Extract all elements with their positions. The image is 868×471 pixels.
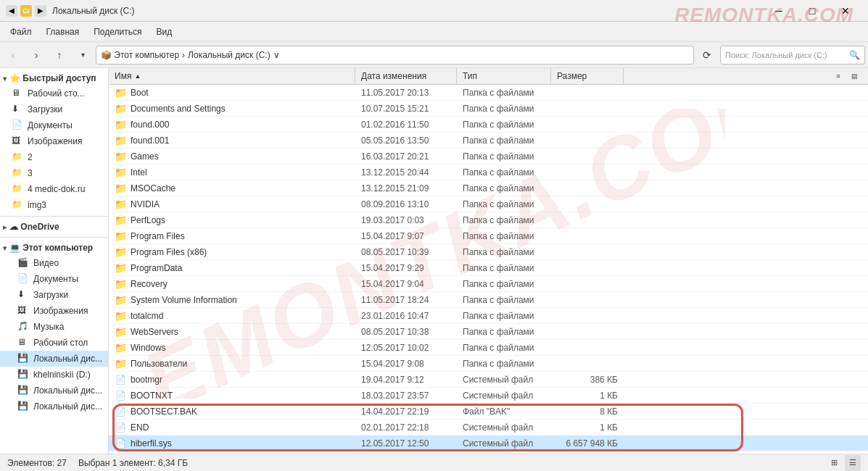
table-row[interactable]: 📁WebServers 08.05.2017 10:38 Папка с фай… [109, 324, 868, 340]
address-bar[interactable]: 📦 Этот компьютер › Локальный диск (C:) ∨ [96, 46, 694, 64]
sidebar-item-2[interactable]: 📁 2 [0, 149, 108, 165]
table-row[interactable]: 📁totalcmd 23.01.2016 10:47 Папка с файла… [109, 308, 868, 324]
sidebar-images2-label: Изображения [33, 306, 88, 316]
table-row[interactable]: 📁Пользователи 15.04.2017 9:08 Папка с фа… [109, 356, 868, 372]
breadcrumb-arrow: ∨ [273, 50, 280, 60]
folder-medic-icon: 📁 [12, 183, 23, 195]
sidebar-desktop2-label: Рабочий стол [33, 338, 88, 348]
sidebar-item-medic[interactable]: 📁 4 medic-dok.ru [0, 181, 108, 197]
search-bar[interactable]: Поиск: Локальный диск (C:) 🔍 [720, 46, 865, 64]
minimize-button[interactable]: ─ [762, 0, 795, 22]
file-date: 15.04.2017 9:29 [355, 263, 457, 273]
sidebar-computer-label: 💻 Этот компьютер [9, 243, 93, 253]
table-row[interactable]: 📁Games 16.03.2017 20:21 Папка с файлами [109, 149, 868, 164]
sidebar-item-docs[interactable]: 📄 Документы [0, 117, 108, 133]
sidebar-item-img3[interactable]: 📁 img3 [0, 197, 108, 213]
file-icon: 📄 [115, 422, 126, 433]
table-row[interactable]: 📁Program Files (x86) 08.05.2017 10:39 Па… [109, 244, 868, 260]
forward-button[interactable]: › [26, 45, 46, 65]
table-row[interactable]: 📄bootmgr 19.04.2017 9:12 Системный файл … [109, 372, 868, 388]
table-row[interactable]: 📁System Volume Information 11.05.2017 18… [109, 292, 868, 308]
folder-icon: 📁 [115, 103, 126, 114]
table-row[interactable]: 📁Program Files 15.04.2017 9:07 Папка с ф… [109, 228, 868, 244]
folder-icon: 📁 [115, 342, 126, 354]
recent-locations-button[interactable]: ▾ [73, 45, 93, 65]
col-header-size[interactable]: Размер [551, 68, 624, 84]
localdisk3-icon: 💾 [17, 401, 29, 412]
col-header-type[interactable]: Тип [457, 68, 551, 84]
sidebar-item-downloads2[interactable]: ⬇ Загрузки [0, 287, 108, 303]
title-icon-folder: 🗂 [20, 5, 32, 17]
sidebar-item-images[interactable]: 🖼 Изображения [0, 133, 108, 149]
file-date: 08.09.2016 13:10 [355, 199, 457, 209]
table-row[interactable]: 📁Boot 11.05.2017 20:13 Папка с файлами [109, 85, 868, 101]
file-size: 6 657 948 КБ [551, 438, 624, 449]
view-details-btn[interactable]: ≡ [830, 68, 846, 84]
file-type: Папка с файлами [457, 279, 551, 289]
file-name: 📁Boot [109, 87, 355, 99]
table-row[interactable]: 📁found.000 01.02.2016 11:50 Папка с файл… [109, 117, 868, 133]
sidebar-item-localdisk2[interactable]: 💾 Локальный дис... [0, 383, 108, 399]
file-name: 📁Windows [109, 342, 355, 354]
file-date: 12.05.2017 12:50 [355, 438, 457, 449]
col-header-name[interactable]: Имя ▲ [109, 68, 355, 84]
table-row[interactable]: 📄END 02.01.2017 22:18 Системный файл 1 К… [109, 420, 868, 435]
sidebar-item-downloads[interactable]: ⬇ Загрузки [0, 101, 108, 117]
table-row[interactable]: 📁found.001 05.05.2016 13:50 Папка с файл… [109, 133, 868, 149]
file-type: Папка с файлами [457, 247, 551, 257]
col-header-date[interactable]: Дата изменения [355, 68, 457, 84]
menu-file[interactable]: Файл [3, 24, 39, 40]
sidebar-computer-header[interactable]: ▾ 💻 Этот компьютер [0, 241, 108, 255]
table-row[interactable]: 📄pagefile.sys 11.05.2017 20:12 Системный… [109, 451, 868, 454]
status-view-details[interactable]: ☰ [845, 455, 861, 471]
table-row[interactable]: 📄BOOTSECT.BAK 14.04.2017 22:19 Файл "BAK… [109, 404, 868, 420]
up-button[interactable]: ↑ [49, 45, 70, 65]
file-type: Папка с файлами [457, 104, 551, 114]
col-name-label: Имя [115, 71, 131, 81]
maximize-button[interactable]: □ [795, 0, 829, 22]
sidebar-item-khel[interactable]: 💾 khelninskii (D:) [0, 367, 108, 383]
sidebar-item-desktop[interactable]: 🖥 Рабочий сто... [0, 86, 108, 101]
table-row[interactable]: 📁PerfLogs 19.03.2017 0:03 Папка с файлам… [109, 212, 868, 228]
sidebar-item-video[interactable]: 🎬 Видео [0, 255, 108, 271]
sidebar-item-3[interactable]: 📁 3 [0, 165, 108, 181]
menu-home[interactable]: Главная [39, 24, 87, 40]
sidebar-desktop-label: Рабочий сто... [28, 88, 85, 99]
sidebar-quick-access-header[interactable]: ▾ ⭐ Быстрый доступ [0, 71, 108, 86]
table-row[interactable]: 📁MSOCache 13.12.2015 21:09 Папка с файла… [109, 180, 868, 196]
refresh-button[interactable]: ⟳ [697, 45, 717, 65]
video-icon: 🎬 [17, 257, 29, 269]
table-row[interactable]: 📄hiberfil.sys 12.05.2017 12:50 Системный… [109, 435, 868, 451]
menu-view[interactable]: Вид [149, 24, 179, 40]
table-row[interactable]: 📁ProgramData 15.04.2017 9:29 Папка с фай… [109, 260, 868, 276]
sidebar-item-desktop2[interactable]: 🖥 Рабочий стол [0, 335, 108, 351]
sidebar-item-localdisk[interactable]: 💾 Локальный дис... [0, 351, 108, 367]
table-row[interactable]: 📁Recovery 15.04.2017 9:04 Папка с файлам… [109, 276, 868, 292]
sidebar-item-docs2[interactable]: 📄 Документы [0, 271, 108, 287]
back-button[interactable]: ‹ [3, 45, 23, 65]
sidebar-item-images2[interactable]: 🖼 Изображения [0, 303, 108, 319]
table-row[interactable]: 📄BOOTNXT 18.03.2017 23:57 Системный файл… [109, 388, 868, 404]
close-button[interactable]: ✕ [829, 0, 862, 22]
file-size: 1 КБ [551, 391, 624, 401]
sidebar-quick-access-label: ⭐ Быстрый доступ [9, 73, 96, 83]
table-row[interactable]: 📁Intel 13.12.2015 20:44 Папка с файлами [109, 164, 868, 180]
sidebar-item-music[interactable]: 🎵 Музыка [0, 319, 108, 335]
table-row[interactable]: 📁Documents and Settings 10.07.2015 15:21… [109, 101, 868, 117]
file-type: Папка с файлами [457, 231, 551, 241]
file-name: 📁Пользователи [109, 358, 355, 370]
table-row[interactable]: 📁Windows 12.05.2017 10:02 Папка с файлам… [109, 340, 868, 356]
table-row[interactable]: 📁NVIDIA 08.09.2016 13:10 Папка с файлами [109, 196, 868, 212]
sidebar-medic-label: 4 medic-dok.ru [28, 184, 85, 194]
desktop-icon: 🖥 [12, 88, 23, 99]
status-view-icons[interactable]: ⊞ [826, 455, 842, 471]
file-date: 19.03.2017 0:03 [355, 215, 457, 225]
menu-share[interactable]: Поделиться [86, 24, 149, 40]
title-icons: ◀ 🗂 ▶ [6, 5, 46, 17]
view-list-btn[interactable]: ▤ [846, 68, 862, 84]
file-type: Папка с файлами [457, 263, 551, 273]
sidebar-item-localdisk3[interactable]: 💾 Локальный дис... [0, 399, 108, 414]
sidebar-video-label: Видео [33, 258, 59, 268]
file-date: 02.01.2017 22:18 [355, 422, 457, 433]
sidebar-onedrive-header[interactable]: ▸ ☁ OneDrive [0, 220, 108, 234]
